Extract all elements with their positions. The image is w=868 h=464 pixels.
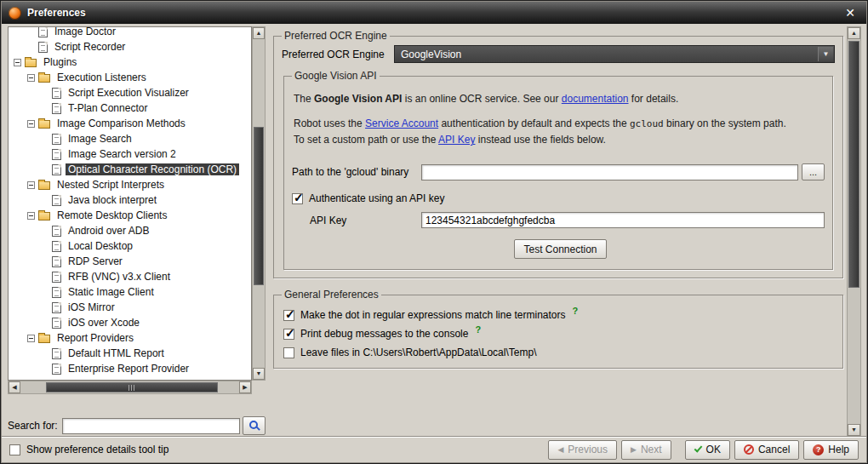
group-legend: Google Vision API bbox=[292, 70, 380, 82]
tree-item-rdp-server[interactable]: RDP Server bbox=[9, 254, 251, 269]
tree-item-label: Image Search bbox=[66, 133, 134, 145]
tree-item-label: Enterprise Report Provider bbox=[66, 363, 191, 375]
settings-vertical-scrollbar[interactable]: ▲ ▼ bbox=[847, 26, 861, 437]
folder-icon bbox=[38, 335, 50, 343]
tree-item-label: Image Search version 2 bbox=[66, 148, 179, 160]
tree-item-static-image-client[interactable]: Static Image Client bbox=[9, 284, 251, 300]
tree-item-report-providers[interactable]: Report Providers bbox=[9, 330, 251, 346]
tree-item-local-desktop[interactable]: Local Desktop bbox=[9, 238, 251, 254]
search-button[interactable] bbox=[243, 416, 266, 435]
collapse-icon[interactable] bbox=[14, 59, 21, 66]
group-legend: Preferred OCR Engine bbox=[282, 30, 390, 42]
window-title: Preferences bbox=[27, 7, 86, 19]
api-key-label: API Key bbox=[310, 215, 421, 226]
collapse-icon[interactable] bbox=[27, 335, 35, 342]
document-icon bbox=[52, 149, 61, 160]
collapse-icon[interactable] bbox=[27, 74, 35, 82]
tree-item-label: Android over ADB bbox=[66, 225, 151, 237]
help-label: Help bbox=[828, 444, 849, 455]
test-connection-button[interactable]: Test Connection bbox=[514, 239, 606, 259]
tree-item-script-execution-visualizer[interactable]: Script Execution Visualizer bbox=[9, 85, 251, 100]
next-button[interactable]: ▶ Next bbox=[621, 440, 671, 460]
tree-item-optical-character-recognition[interactable]: Optical Character Recognition (OCR) bbox=[9, 162, 251, 177]
tree-item-label: iOS Mirror bbox=[66, 301, 117, 313]
debug-messages-row: ✓ Print debug messages to the console ? bbox=[283, 328, 835, 340]
scroll-down-icon[interactable]: ▼ bbox=[848, 424, 860, 436]
api-key-link[interactable]: API Key bbox=[438, 134, 475, 146]
regex-dot-row: ✓ Make the dot in regular expressions ma… bbox=[283, 309, 835, 321]
scroll-up-icon[interactable]: ▲ bbox=[848, 27, 860, 39]
collapse-icon[interactable] bbox=[27, 120, 35, 128]
tree-item-t-plan-connector[interactable]: T-Plan Connector bbox=[9, 100, 251, 116]
regex-dot-label: Make the dot in regular expressions matc… bbox=[300, 309, 565, 321]
tree-item-script-recorder[interactable]: Script Recorder bbox=[9, 39, 251, 54]
close-icon[interactable]: ✕ bbox=[841, 6, 859, 20]
tree-vertical-scrollbar-thumb[interactable] bbox=[254, 127, 264, 285]
document-icon bbox=[52, 287, 61, 298]
scroll-left-icon[interactable]: ◀ bbox=[9, 381, 20, 393]
tree-item-plugins[interactable]: Plugins bbox=[9, 54, 251, 70]
search-input[interactable] bbox=[62, 418, 240, 434]
title-bar[interactable]: Preferences ✕ bbox=[2, 2, 866, 24]
documentation-link[interactable]: documentation bbox=[562, 93, 629, 105]
scrollbar-grip bbox=[128, 385, 136, 391]
folder-icon bbox=[25, 59, 37, 67]
help-marker[interactable]: ? bbox=[475, 324, 481, 335]
tree-item-label: iOS over Xcode bbox=[66, 317, 142, 329]
collapse-icon[interactable] bbox=[27, 212, 35, 220]
regex-dot-checkbox[interactable]: ✓ bbox=[283, 310, 294, 321]
show-details-tooltip-checkbox[interactable] bbox=[9, 444, 20, 455]
authenticate-api-key-row: ✓ Authenticate using an API key bbox=[292, 192, 825, 204]
authenticate-api-key-checkbox[interactable]: ✓ bbox=[292, 193, 303, 204]
tree-item-java-block-interpret[interactable]: Java block interpret bbox=[9, 192, 251, 208]
tree-item-remote-desktop-clients[interactable]: Remote Desktop Clients bbox=[9, 208, 251, 223]
collapse-icon[interactable] bbox=[27, 181, 35, 189]
scroll-up-icon[interactable]: ▲ bbox=[253, 27, 265, 39]
ok-label: OK bbox=[706, 444, 721, 455]
scrollbar-corner bbox=[252, 381, 266, 394]
tree-item-label: Optical Character Recognition (OCR) bbox=[66, 163, 239, 175]
service-account-link[interactable]: Service Account bbox=[365, 117, 438, 129]
text-segment: for details. bbox=[629, 93, 679, 105]
scroll-down-icon[interactable]: ▼ bbox=[253, 368, 265, 380]
tree-item-image-comparison-methods[interactable]: Image Comparison Methods bbox=[9, 116, 251, 131]
leave-temp-files-checkbox[interactable] bbox=[283, 347, 294, 358]
tree-vertical-scrollbar[interactable]: ▲ ▼ bbox=[252, 26, 266, 381]
document-icon bbox=[52, 195, 61, 206]
help-button[interactable]: ? Help bbox=[803, 440, 859, 460]
text-segment: authentication by default and expects th… bbox=[438, 117, 630, 129]
tree-item-android-over-adb[interactable]: Android over ADB bbox=[9, 223, 251, 238]
previous-button[interactable]: ◀ Previous bbox=[548, 440, 617, 460]
leave-temp-files-row: Leave files in C:\Users\Robert\AppData\L… bbox=[283, 347, 835, 358]
cancel-button[interactable]: Cancel bbox=[734, 440, 799, 460]
tree-item-image-search-version-2[interactable]: Image Search version 2 bbox=[9, 146, 251, 162]
ok-button[interactable]: OK bbox=[685, 440, 730, 460]
tree-viewport: Image Doctor Script Recorder Plugins Exe… bbox=[8, 26, 252, 381]
scroll-right-icon[interactable]: ▶ bbox=[239, 381, 251, 393]
debug-messages-checkbox[interactable]: ✓ bbox=[283, 329, 294, 340]
ocr-engine-dropdown[interactable]: GoogleVision ▼ bbox=[394, 45, 835, 63]
text-segment: binary on the system path. bbox=[664, 117, 786, 129]
gcloud-path-input[interactable] bbox=[421, 164, 798, 180]
tree-item-execution-listeners[interactable]: Execution Listeners bbox=[9, 70, 251, 85]
cancel-icon bbox=[744, 444, 754, 455]
tree-item-ios-mirror[interactable]: iOS Mirror bbox=[9, 300, 251, 315]
browse-button[interactable]: ... bbox=[802, 163, 825, 180]
tree-item-ios-over-xcode[interactable]: iOS over Xcode bbox=[9, 315, 251, 330]
tree-horizontal-scrollbar[interactable]: ◀ ▶ bbox=[8, 381, 252, 394]
tree-item-label: RDP Server bbox=[66, 255, 125, 267]
show-details-tooltip-label: Show preference details tool tip bbox=[26, 444, 168, 455]
tree-item-image-search[interactable]: Image Search bbox=[9, 131, 251, 146]
settings-vertical-scrollbar-thumb[interactable] bbox=[848, 41, 859, 288]
tree-item-nested-script-interprets[interactable]: Nested Script Interprets bbox=[9, 177, 251, 192]
api-key-input[interactable] bbox=[421, 212, 825, 228]
folder-icon bbox=[38, 212, 50, 221]
tree-item-default-html-report[interactable]: Default HTML Report bbox=[9, 346, 251, 361]
help-marker[interactable]: ? bbox=[572, 306, 578, 316]
tree-item-enterprise-report-provider[interactable]: Enterprise Report Provider bbox=[9, 361, 251, 376]
tree-item-rfb-vnc-client[interactable]: RFB (VNC) v3.x Client bbox=[9, 269, 251, 284]
search-icon bbox=[249, 421, 258, 429]
chevron-down-icon[interactable]: ▼ bbox=[818, 47, 833, 61]
tree-item-image-doctor[interactable]: Image Doctor bbox=[9, 26, 251, 39]
tree-horizontal-scrollbar-thumb[interactable] bbox=[46, 382, 218, 392]
